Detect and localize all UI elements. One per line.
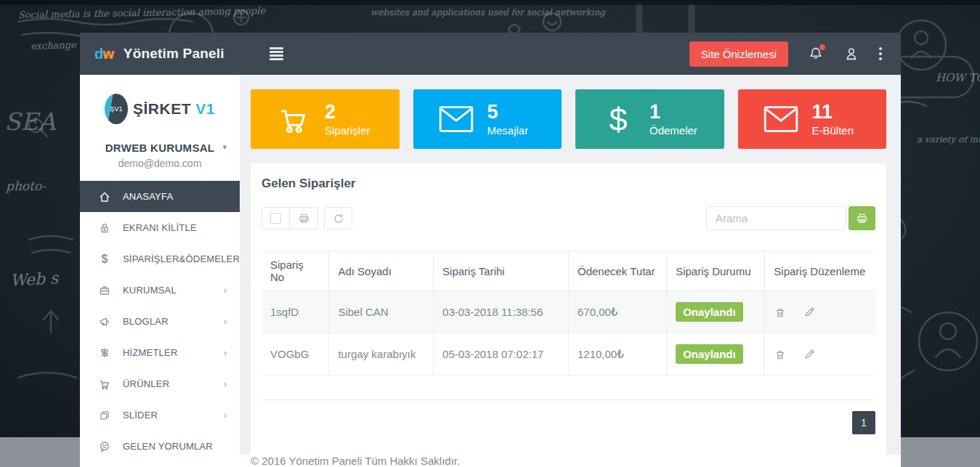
signpost-icon xyxy=(97,346,112,360)
account-caret-down-icon[interactable]: ▾ xyxy=(222,142,227,152)
orders-panel: Gelen Siparişler xyxy=(251,163,886,455)
megaphone-icon xyxy=(97,315,112,328)
edit-pencil-icon[interactable] xyxy=(803,305,817,319)
sidebar: ŞV1 ŞİRKET V1 DRWEB KURUMSAL ▾ demo@demo… xyxy=(80,75,240,467)
stat-label: Ödemeler xyxy=(649,124,697,137)
col-header-odenecek-tutar: Ödenecek Tutar xyxy=(568,252,666,291)
chevron-right-icon: › xyxy=(224,410,227,421)
notifications-bell-icon[interactable] xyxy=(808,46,824,62)
sidebar-item-siparisler-odemeler[interactable]: $ SİPARİŞLER&ÖDEMELER › xyxy=(80,243,240,275)
stat-label: E-Bülten xyxy=(812,124,854,137)
notification-badge-dot xyxy=(819,44,825,50)
cell-order-no: VOGbG xyxy=(262,333,329,375)
stat-label: Mesajlar xyxy=(487,124,529,137)
col-header-adi-soyadi: Adı Soyadı xyxy=(329,252,434,291)
delete-icon[interactable] xyxy=(774,348,787,361)
main-content: 2 Siparişler 5 Mesajlar xyxy=(240,75,901,467)
site-preview-button[interactable]: Site Önizlemesi xyxy=(689,41,788,67)
sidebar-item-gelen-yorumlar[interactable]: GELEN YORUMLAR xyxy=(80,431,240,462)
stat-card-ebulten[interactable]: 11 E-Bülten xyxy=(738,89,887,149)
app-body: ŞV1 ŞİRKET V1 DRWEB KURUMSAL ▾ demo@demo… xyxy=(80,75,901,467)
col-header-siparis-no: Sipariş No xyxy=(262,252,329,291)
user-profile-icon[interactable] xyxy=(843,46,859,62)
chalk-text: exchange xyxy=(31,39,76,52)
stat-value: 5 xyxy=(487,102,529,122)
sidebar-item-kurumsal[interactable]: KURUMSAL › xyxy=(80,275,240,306)
home-icon xyxy=(97,190,112,203)
delete-icon[interactable] xyxy=(774,306,787,319)
table-header-row: Sipariş No Adı Soyadı Sipariş Tarihi Öde… xyxy=(262,252,875,291)
account-email: demo@demo.com xyxy=(80,158,240,169)
table-row: VOGbG turgay karabıyık 05-03-2018 07:02:… xyxy=(262,333,875,375)
navbar-actions: Site Önizlemesi xyxy=(689,41,882,67)
refresh-button[interactable] xyxy=(324,207,352,230)
col-header-siparis-duzenleme: Sipariş Düzenleme xyxy=(765,252,875,291)
pagination: 1 xyxy=(262,411,875,434)
orders-toolbar xyxy=(262,206,875,230)
sidebar-item-hizmetler[interactable]: HİZMETLER › xyxy=(80,337,240,368)
panel-divider xyxy=(262,399,875,400)
sidebar-item-label: GELEN YORUMLAR xyxy=(123,441,213,452)
content-inner: 2 Siparişler 5 Mesajlar xyxy=(240,75,901,455)
chalk-text: a variety of interconnected xyxy=(917,134,980,145)
mail-icon xyxy=(758,105,803,133)
sidebar-item-slider[interactable]: SLİDER › xyxy=(80,399,240,431)
page-1-button[interactable]: 1 xyxy=(852,411,875,434)
print-button[interactable] xyxy=(290,207,318,230)
chalk-text: websites and applications used for socia… xyxy=(370,7,605,17)
app-logo[interactable]: dw xyxy=(94,46,113,62)
company-logo-badge: ŞV1 xyxy=(105,94,128,124)
account-name: DRWEB KURUMSAL xyxy=(80,142,240,154)
cell-customer-name: turgay karabıyık xyxy=(329,333,434,375)
sidebar-item-anasayfa[interactable]: ANASAYFA xyxy=(80,181,240,212)
cart-icon xyxy=(97,378,112,391)
stat-card-odemeler[interactable]: $ 1 Ödemeler xyxy=(575,89,724,149)
sidebar-item-label: EKRANI KİLİTLE xyxy=(123,222,197,233)
select-all-button[interactable] xyxy=(262,207,290,230)
col-header-siparis-durumu: Sipariş Durumu xyxy=(667,252,765,291)
chalk-text: SEA xyxy=(4,107,56,136)
sidebar-item-label: HİZMETLER xyxy=(123,347,177,358)
app-title: Yönetim Paneli xyxy=(123,46,224,62)
sidebar-item-ekrani-kilitle[interactable]: EKRANI KİLİTLE xyxy=(80,212,240,243)
search-input[interactable] xyxy=(706,206,846,230)
chalk-text: photo- xyxy=(6,179,46,193)
layers-icon xyxy=(97,409,112,422)
background-gray-patch xyxy=(0,437,80,467)
cell-order-date: 03-03-2018 11:38:56 xyxy=(434,291,569,333)
cell-amount: 1210,00₺ xyxy=(568,333,666,375)
dollar-icon: $ xyxy=(97,253,112,266)
sidebar-menu: ANASAYFA EKRANI KİLİTLE $ SİPARİŞLER&ÖDE… xyxy=(80,181,240,462)
select-all-checkbox[interactable] xyxy=(270,213,281,224)
more-options-icon[interactable] xyxy=(879,47,882,60)
stat-card-mesajlar[interactable]: 5 Mesajlar xyxy=(413,89,562,149)
chevron-right-icon: › xyxy=(224,316,227,327)
chevron-right-icon: › xyxy=(224,285,227,296)
edit-pencil-icon[interactable] xyxy=(803,347,817,361)
comment-smile-icon xyxy=(97,440,112,453)
sidebar-item-label: KURUMSAL xyxy=(123,285,177,296)
stat-card-siparisler[interactable]: 2 Siparişler xyxy=(251,89,400,149)
cell-customer-name: Sibel CAN xyxy=(329,291,434,333)
cell-order-date: 05-03-2018 07:02:17 xyxy=(434,333,569,375)
panel-title: Gelen Siparişler xyxy=(262,176,875,191)
lock-icon xyxy=(97,222,112,235)
sidebar-item-label: SLİDER xyxy=(123,410,158,421)
company-version: V1 xyxy=(195,100,215,117)
cell-amount: 670,00₺ xyxy=(568,291,666,333)
status-badge: Onaylandı xyxy=(676,344,743,364)
sidebar-item-bloglar[interactable]: BLOGLAR › xyxy=(80,306,240,337)
sidebar-item-urunler[interactable]: ÜRÜNLER › xyxy=(80,368,240,399)
search-print-button[interactable] xyxy=(849,206,875,230)
cell-order-no: 1sqfD xyxy=(262,291,329,333)
chalk-text: HOW TO xyxy=(936,71,980,84)
chevron-right-icon: › xyxy=(224,378,227,389)
stat-cards-row: 2 Siparişler 5 Mesajlar xyxy=(251,89,886,149)
cart-icon xyxy=(271,103,316,135)
chalk-text: Web s xyxy=(9,269,58,289)
stat-label: Siparişler xyxy=(325,124,370,137)
background-top-strip xyxy=(0,0,980,5)
sidebar-toggle-icon[interactable] xyxy=(270,47,283,60)
stat-value: 11 xyxy=(812,102,854,122)
admin-panel-window: dw Yönetim Paneli Site Önizlemesi xyxy=(80,33,901,467)
